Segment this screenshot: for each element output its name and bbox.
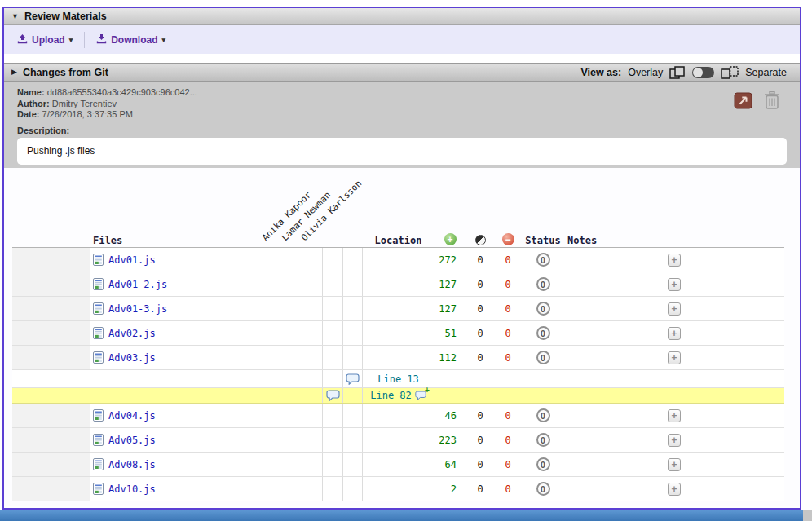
file-row: Adv01-3.js 127 0 0 0 +: [12, 297, 784, 321]
expand-triangle-icon[interactable]: ▶: [11, 68, 17, 76]
delete-button[interactable]: [764, 91, 780, 113]
added-lines-icon: +: [444, 233, 457, 245]
location-cell: [363, 404, 434, 427]
overlay-label: Overlay: [628, 67, 663, 78]
modified-lines-count: 0: [466, 297, 494, 320]
status-badge: 0: [536, 408, 550, 422]
file-link[interactable]: Adv01-3.js: [108, 303, 167, 315]
changeset-actions: [734, 91, 780, 113]
deleted-lines-count: 0: [494, 248, 522, 272]
file-link[interactable]: Adv01-2.js: [108, 279, 167, 290]
col-header-status[interactable]: Status: [522, 234, 564, 247]
deleted-lines-count: 0: [494, 272, 522, 296]
file-link[interactable]: Adv03.js: [108, 352, 156, 364]
reviewer-cell: [342, 404, 363, 427]
deleted-lines-icon: −: [502, 233, 514, 245]
file-cell: Adv01-2.js: [90, 272, 302, 296]
reviewer-cell: [342, 346, 363, 369]
file-link[interactable]: Adv10.js: [108, 483, 156, 495]
modified-lines-count: 0: [466, 321, 494, 345]
file-link[interactable]: Adv04.js: [108, 410, 156, 422]
changeset-metadata: Name: dd88a6555340a3c429c903c96c042... A…: [4, 82, 800, 168]
col-header-location[interactable]: Location: [363, 234, 434, 247]
status-badge: 0: [536, 253, 550, 267]
deleted-lines-count: 0: [494, 346, 522, 369]
added-lines-count: [434, 388, 466, 403]
comment-location-link[interactable]: Line 82: [370, 390, 412, 401]
added-lines-count: 51: [434, 321, 466, 345]
overlay-view-icon[interactable]: [669, 66, 686, 79]
notes-cell: +: [564, 297, 784, 320]
file-link[interactable]: Adv02.js: [108, 328, 156, 339]
add-note-button[interactable]: +: [668, 254, 681, 267]
modified-lines-icon: [475, 235, 486, 245]
meta-date-line: Date: 7/26/2018, 3:37:35 PM: [17, 109, 787, 121]
comment-location-link[interactable]: Line 13: [377, 373, 419, 385]
download-button[interactable]: Download ▾: [90, 30, 172, 50]
deleted-lines-count: [494, 370, 522, 387]
separate-view-icon[interactable]: [721, 66, 739, 79]
js-file-icon: [93, 278, 104, 290]
reviewer-cell: [302, 297, 322, 320]
toggle-knob: [693, 68, 703, 77]
modified-lines-count: 0: [466, 346, 494, 369]
col-header-added[interactable]: +: [434, 233, 466, 247]
notes-cell: +: [564, 272, 784, 296]
notes-cell: +: [564, 453, 784, 476]
add-note-button[interactable]: +: [668, 458, 681, 471]
status-cell: 0: [522, 428, 564, 452]
meta-name-line: Name: dd88a6555340a3c429c903c96c042...: [17, 87, 787, 99]
add-comment-icon[interactable]: +: [415, 391, 426, 400]
row-gutter: [12, 248, 90, 272]
upload-icon: [17, 33, 28, 46]
status-badge: 0: [536, 457, 550, 471]
col-header-modified[interactable]: [466, 235, 494, 247]
file-row: Adv02.js 51 0 0 0 +: [12, 321, 784, 346]
reviewer-cell: [322, 388, 342, 403]
comment-row[interactable]: Line 82 +: [12, 388, 784, 404]
location-cell: [363, 453, 434, 476]
open-external-button[interactable]: [734, 91, 753, 113]
col-header-notes[interactable]: Notes: [564, 234, 784, 247]
col-header-files[interactable]: Files: [90, 234, 302, 247]
review-materials-header[interactable]: ▼ Review Materials: [4, 8, 800, 25]
location-cell: [363, 321, 434, 345]
deleted-lines-count: 0: [494, 404, 522, 427]
description-box[interactable]: Pushing .js files: [17, 138, 787, 165]
row-gutter: [12, 404, 90, 427]
js-file-icon: [93, 483, 104, 495]
name-label: Name:: [17, 87, 45, 97]
view-mode-toggle[interactable]: [692, 67, 714, 78]
deleted-lines-count: [494, 388, 522, 403]
row-gutter: [12, 297, 90, 320]
add-note-button[interactable]: +: [668, 278, 681, 291]
upload-button[interactable]: Upload ▾: [11, 30, 79, 50]
file-row: Adv01-2.js 127 0 0 0 +: [12, 272, 784, 297]
notes-cell: [564, 370, 784, 387]
status-badge: 0: [536, 302, 550, 316]
download-icon: [96, 33, 107, 46]
col-header-deleted[interactable]: −: [494, 233, 522, 247]
js-file-icon: [93, 351, 104, 364]
changes-expand-control[interactable]: ▶ Changes from Git: [11, 67, 108, 78]
status-badge: 0: [536, 277, 550, 291]
added-lines-count: 223: [434, 428, 466, 452]
add-note-button[interactable]: +: [668, 409, 681, 422]
collapse-triangle-icon[interactable]: ▼: [11, 13, 19, 20]
add-note-button[interactable]: +: [668, 483, 681, 496]
add-note-button[interactable]: +: [668, 327, 681, 340]
add-note-button[interactable]: +: [668, 302, 681, 316]
added-lines-count: 272: [434, 248, 466, 272]
reviewer-cell: [322, 477, 342, 501]
file-link[interactable]: Adv05.js: [108, 435, 156, 446]
add-note-button[interactable]: +: [668, 351, 681, 364]
comment-bubble-icon[interactable]: [326, 390, 340, 401]
comment-bubble-icon[interactable]: [346, 373, 360, 385]
status-cell: 0: [522, 297, 564, 320]
file-link[interactable]: Adv01.js: [108, 254, 156, 266]
comment-row[interactable]: Line 13: [12, 370, 784, 388]
add-note-button[interactable]: +: [668, 434, 681, 447]
deleted-lines-count: 0: [494, 428, 522, 452]
status-badge: 0: [536, 433, 550, 447]
file-link[interactable]: Adv08.js: [108, 459, 156, 470]
